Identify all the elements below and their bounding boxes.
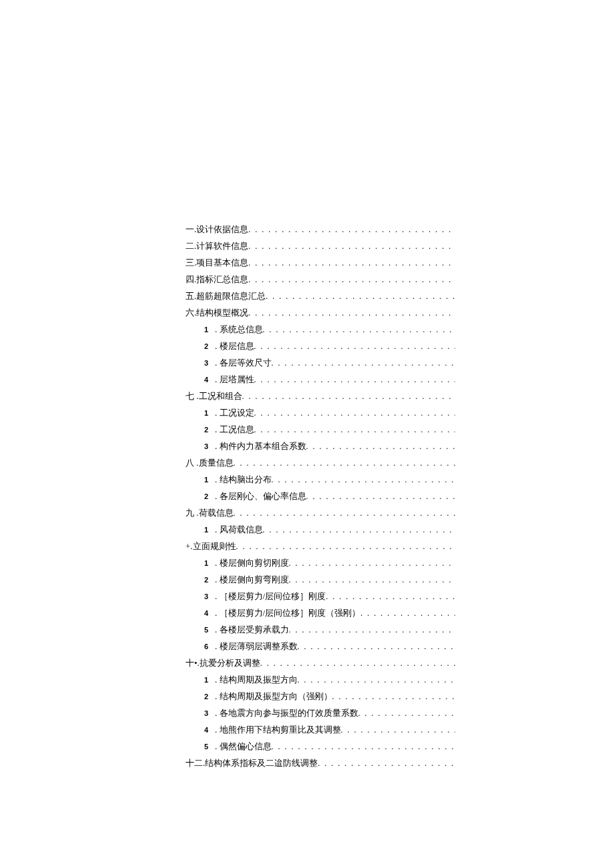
toc-entry: 2. 楼层侧向剪弯刚度	[186, 574, 455, 586]
toc-sub-number: 3	[198, 442, 215, 450]
toc-entry: 1. 结构脑出分布	[186, 474, 455, 486]
toc-leader-dots	[306, 492, 456, 502]
toc-entry: 八 . 质量信息	[186, 457, 455, 469]
toc-sub-number: 1	[198, 526, 215, 534]
toc-entry: 一.设计依据信息	[186, 224, 455, 236]
toc-entry: 3. 各层等效尺寸	[186, 357, 455, 369]
toc-sub-number: 1	[198, 559, 215, 567]
toc-text: 设计依据信息	[196, 224, 248, 236]
toc-entry: +. 立面规则性	[186, 540, 455, 552]
toc-leader-dots	[248, 308, 455, 318]
toc-sub-number: 6	[198, 642, 215, 650]
toc-leader-dots	[236, 542, 455, 552]
toc-label: 六.	[186, 307, 196, 319]
toc-sub-number: 3	[198, 359, 215, 367]
toc-leader-dots	[326, 592, 455, 602]
toc-sub-number: 3	[198, 709, 215, 717]
toc-label: 八 .	[186, 457, 199, 469]
toc-leader-dots	[272, 742, 456, 752]
toc-sub-text: . 偶然偏心信息	[215, 741, 272, 753]
toc-sub-text: . 各楼层受剪承载力	[215, 624, 289, 636]
toc-sub-text: . 楼层侧向剪切刚度	[215, 557, 289, 569]
toc-label: 九 .	[186, 507, 199, 519]
toc-sub-text: . 楼层信息	[215, 340, 254, 352]
toc-sub-number: 2	[198, 576, 215, 584]
toc-entry: 九 . 荷载信息	[186, 507, 455, 519]
toc-leader-dots	[360, 608, 455, 618]
toc-sub-number: 5	[198, 743, 215, 751]
toc-entry: 1. 结构周期及振型方向	[186, 674, 455, 686]
toc-entry: 4. 层塔属性	[186, 374, 455, 386]
toc-sub-text: . 楼层侧向剪弯刚度	[215, 574, 289, 586]
toc-entry: 1. 工况设定	[186, 407, 455, 419]
toc-text: 计算软件信息	[196, 240, 248, 252]
toc-leader-dots	[263, 525, 456, 535]
toc-sub-text: . 风荷载信息	[215, 524, 263, 536]
toc-sub-text: . 各层刚心、偏心率信息	[215, 490, 306, 502]
toc-sub-text: . ［楼层剪力/层间位移］刚度（强刚）	[215, 607, 360, 619]
toc-sub-text: . 构件内力基本组合系数	[215, 440, 306, 452]
toc-leader-dots	[260, 659, 455, 669]
toc-entry: 4. 地熊作用下结构剪重比及其调整	[186, 724, 455, 736]
toc-text: 结构模型概况	[196, 307, 248, 319]
toc-leader-dots	[332, 692, 456, 702]
toc-entry: 六.结构模型概况	[186, 307, 455, 319]
toc-sub-number: 4	[198, 726, 215, 734]
toc-leader-dots	[306, 442, 456, 452]
toc-leader-dots	[298, 675, 456, 685]
toc-leader-dots	[254, 425, 456, 435]
toc-entry: 5. 各楼层受剪承载力	[186, 624, 455, 636]
toc-text: 结构体系指标及二迨防线调整	[205, 757, 318, 769]
toc-entry: 四.指标汇总信息	[186, 274, 455, 286]
toc-text: 指标汇总信息	[196, 274, 248, 286]
toc-sub-number: 1	[198, 676, 215, 684]
toc-entry: 3. ［楼层剪力/层间位移］刚度	[186, 590, 455, 602]
toc-leader-dots	[234, 458, 456, 468]
toc-leader-dots	[341, 725, 456, 735]
toc-entry: 2. 工况信息	[186, 424, 455, 436]
toc-entry: 3. 各地震方向参与振型的仃效质量系数	[186, 707, 455, 719]
toc-leader-dots	[248, 225, 455, 235]
toc-sub-number: 4	[198, 609, 215, 617]
toc-leader-dots	[248, 258, 455, 268]
toc-leader-dots	[248, 275, 455, 285]
toc-sub-number: 2	[198, 693, 215, 701]
toc-leader-dots	[272, 475, 456, 485]
toc-label: 五.	[186, 290, 196, 302]
toc-sub-text: . 各层等效尺寸	[215, 357, 272, 369]
toc-entry: 2. 各层刚心、偏心率信息	[186, 490, 455, 502]
toc-text: 立面规则性	[193, 540, 236, 552]
toc-entry: 1. 楼层侧向剪切刚度	[186, 557, 455, 569]
toc-label: 十•.	[186, 657, 200, 669]
toc-label: 七 .	[186, 390, 199, 402]
toc-sub-text: . 各地震方向参与振型的仃效质量系数	[215, 707, 358, 719]
toc-text: 质量信息	[199, 457, 234, 469]
toc-label: +.	[186, 541, 193, 552]
toc-leader-dots	[289, 558, 456, 568]
toc-sub-text: . 结构脑出分布	[215, 474, 272, 486]
toc-leader-dots	[234, 508, 456, 518]
toc-entry: 十二.结构体系指标及二迨防线调整	[186, 757, 455, 769]
toc-entry: 3. 构件内力基本组合系数	[186, 440, 455, 452]
toc-label: 十二.	[186, 757, 205, 769]
toc-sub-text: . 地熊作用下结构剪重比及其调整	[215, 724, 341, 736]
toc-leader-dots	[289, 575, 456, 585]
toc-leader-dots	[254, 342, 456, 352]
toc-sub-number: 3	[198, 592, 215, 600]
toc-entry: 5. 偶然偏心信息	[186, 741, 455, 753]
toc-label: 四.	[186, 274, 196, 286]
toc-leader-dots	[358, 709, 456, 719]
toc-sub-text: . 结构周期及振型方向（强刚）	[215, 691, 332, 703]
toc-entry: 4. ［楼层剪力/层间位移］刚度（强刚）	[186, 607, 455, 619]
toc-sub-number: 5	[198, 626, 215, 634]
toc-label: 二.	[186, 240, 196, 252]
toc-leader-dots	[318, 759, 455, 769]
toc-text: 项目基本信息	[196, 257, 248, 269]
toc-leader-dots	[289, 625, 456, 635]
toc-entry: 2. 结构周期及振型方向（强刚）	[186, 691, 455, 703]
toc-entry: 三.项目基本信息	[186, 257, 455, 269]
toc-sub-number: 1	[198, 326, 215, 334]
toc-entry: 1. 风荷载信息	[186, 524, 455, 536]
toc-leader-dots	[248, 242, 455, 252]
toc-text: 工况和组合	[199, 390, 242, 402]
